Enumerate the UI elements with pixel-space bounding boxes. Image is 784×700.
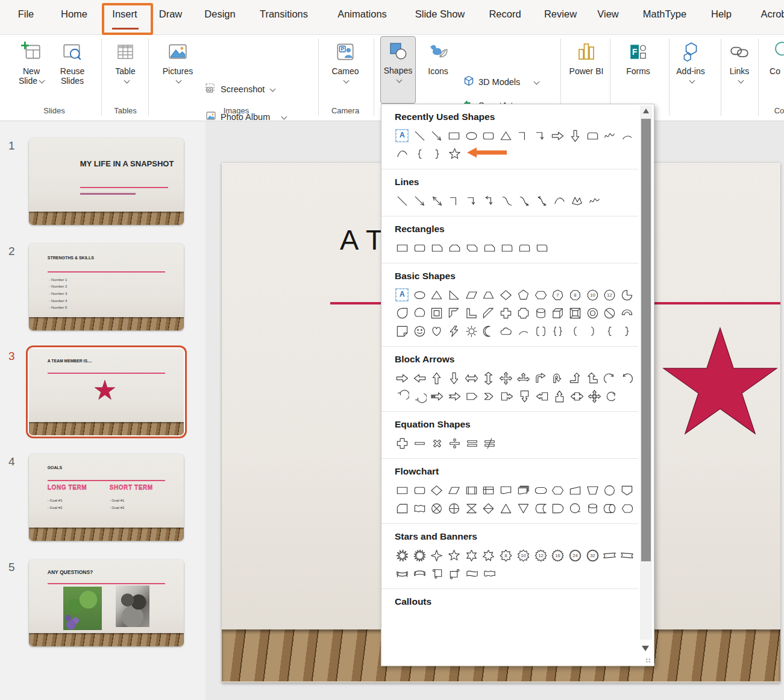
shape-star-8-point[interactable]: 8 — [497, 546, 515, 564]
shape-isosceles-triangle[interactable] — [428, 286, 445, 304]
shape-line-arrow[interactable] — [411, 192, 428, 210]
shape-block-arc[interactable] — [618, 304, 636, 322]
shape-arrow-quad[interactable] — [497, 369, 515, 387]
shape-arrow-down[interactable] — [445, 369, 463, 387]
icons-button[interactable]: Icons — [421, 37, 455, 102]
shape-arrow-curved-right[interactable] — [601, 369, 619, 387]
menu-tab-help[interactable]: Help — [711, 8, 732, 20]
shape-half-frame[interactable] — [445, 304, 463, 322]
shape-connector[interactable] — [601, 481, 619, 499]
shape-arrow-chevron[interactable] — [481, 387, 498, 405]
shape-division[interactable] — [446, 434, 463, 452]
shape-extract[interactable] — [497, 499, 515, 517]
shape-arrow-curved-up[interactable] — [394, 387, 411, 405]
shape-arrow-striped-right[interactable] — [428, 387, 446, 405]
shape-document[interactable] — [497, 481, 515, 499]
shape-scribble[interactable] — [586, 192, 603, 210]
shape-arrow-notched-right[interactable] — [446, 387, 463, 405]
cameo-button[interactable]: P Cameo — [327, 37, 363, 102]
shape-star-6-point[interactable] — [463, 546, 480, 564]
shape-sun[interactable] — [463, 322, 480, 340]
shape-ribbon-tilted-up[interactable] — [601, 546, 619, 564]
shape-round-single-corner-rectangle[interactable] — [498, 239, 516, 257]
shape-heart[interactable] — [428, 322, 445, 340]
shape-star-24-point[interactable]: 24 — [566, 546, 584, 564]
shape-alternate-process[interactable] — [411, 481, 428, 499]
shape-elbow-connector[interactable] — [515, 127, 532, 145]
shape-wave[interactable] — [463, 564, 481, 582]
shape-callout-quad-arrow[interactable] — [586, 387, 603, 405]
shape-not-equal[interactable] — [481, 434, 498, 452]
shape-display[interactable] — [618, 499, 636, 517]
shape-diagonal-stripe[interactable] — [480, 304, 498, 322]
shape-arrow-circular[interactable] — [603, 387, 621, 405]
shape-right-bracket[interactable] — [584, 322, 601, 340]
shape-bevel[interactable] — [566, 304, 584, 322]
shape-curved-connector[interactable] — [498, 192, 516, 210]
shape-explosion-1[interactable] — [394, 546, 411, 564]
shape-elbow-connector[interactable] — [446, 192, 463, 210]
shape-hexagon[interactable] — [532, 286, 550, 304]
shape-line-double-arrow[interactable] — [428, 192, 446, 210]
shape-callout-up-arrow[interactable] — [551, 387, 568, 405]
shape-sequential-access-storage[interactable] — [566, 499, 584, 517]
shape-diamond[interactable] — [497, 286, 515, 304]
shape-summing-junction[interactable] — [428, 499, 445, 517]
shape-freeform-shape[interactable] — [568, 192, 586, 210]
shape-magnetic-disk[interactable] — [584, 499, 601, 517]
menu-tab-design[interactable]: Design — [204, 8, 235, 20]
shape-equal[interactable] — [463, 434, 481, 452]
shape-smiley-face[interactable] — [411, 322, 428, 340]
shape-rounded-rectangle[interactable] — [411, 239, 428, 257]
menu-resize-grip[interactable] — [645, 658, 651, 663]
reuse-slides-button[interactable]: Reuse Slides — [53, 37, 92, 102]
shape-parallelogram[interactable] — [463, 286, 480, 304]
shape-octagon[interactable]: 8 — [566, 286, 584, 304]
shape-donut[interactable] — [584, 304, 601, 322]
shape-callout-left-right-arrow[interactable] — [568, 387, 586, 405]
shape-dodecagon[interactable]: 12 — [601, 286, 619, 304]
shape-teardrop[interactable] — [394, 304, 411, 322]
shape-arrow-up-down[interactable] — [480, 369, 498, 387]
menu-tab-insert[interactable]: Insert — [112, 8, 137, 20]
slide-thumbnail-4[interactable]: GOALSLONG TERM- Goal #1- Goal #2SHORT TE… — [29, 454, 184, 541]
shape-curved-arrow-connector[interactable] — [516, 192, 533, 210]
shape-star-5-point[interactable] — [446, 145, 463, 163]
shape-arrow-left[interactable] — [411, 369, 428, 387]
shape-star-10-point[interactable]: 10 — [515, 546, 532, 564]
shape-arrow-bent-up[interactable] — [566, 369, 584, 387]
menu-tab-animations[interactable]: Animations — [337, 8, 387, 20]
shape-arrow-left-right[interactable] — [463, 369, 480, 387]
shape-block-arrow-down[interactable] — [566, 127, 584, 145]
shape-merge[interactable] — [515, 499, 532, 517]
shape-cloud[interactable] — [497, 322, 515, 340]
forms-button[interactable]: F Forms — [618, 37, 658, 102]
shape-block-arrow-right[interactable] — [549, 127, 566, 145]
shape-round-diagonal-corner-rectangle[interactable] — [533, 239, 551, 257]
shape-curve[interactable] — [551, 192, 568, 210]
slide-thumbnail-5[interactable]: ANY QUESTIONS? — [29, 560, 184, 646]
shape-or[interactable] — [445, 499, 463, 517]
shape-decision[interactable] — [428, 481, 445, 499]
shape-left-brace[interactable] — [601, 322, 619, 340]
slide-thumbnail-1[interactable]: MY LIFE IN A SNAPSHOT — [29, 138, 184, 225]
pictures-button[interactable]: Pictures — [158, 37, 198, 102]
shape-process[interactable] — [394, 481, 411, 499]
shape-brace-right[interactable] — [428, 145, 446, 163]
shape-direct-access-storage[interactable] — [601, 499, 619, 517]
shape-round-same-side-corner-rectangle[interactable] — [584, 127, 601, 145]
shape-arrow-right[interactable] — [394, 369, 411, 387]
scroll-up-arrow-icon[interactable] — [643, 109, 649, 113]
screenshot-button[interactable]: Screenshot — [205, 82, 275, 96]
menu-tab-mathtype[interactable]: MathType — [643, 8, 686, 20]
shape-folded-corner[interactable] — [394, 322, 411, 340]
shape-star-16-point[interactable]: 16 — [549, 546, 566, 564]
shape-preparation[interactable] — [549, 481, 566, 499]
shape-double-brace[interactable] — [549, 322, 566, 340]
shape-off-page-connector[interactable] — [618, 481, 636, 499]
shape-elbow-arrow-connector[interactable] — [532, 127, 550, 145]
shape-rounded-rectangle[interactable] — [480, 127, 498, 145]
shape-cube[interactable] — [549, 304, 566, 322]
shape-explosion-2[interactable] — [411, 546, 428, 564]
shape-arrow-curved-down[interactable] — [411, 387, 428, 405]
